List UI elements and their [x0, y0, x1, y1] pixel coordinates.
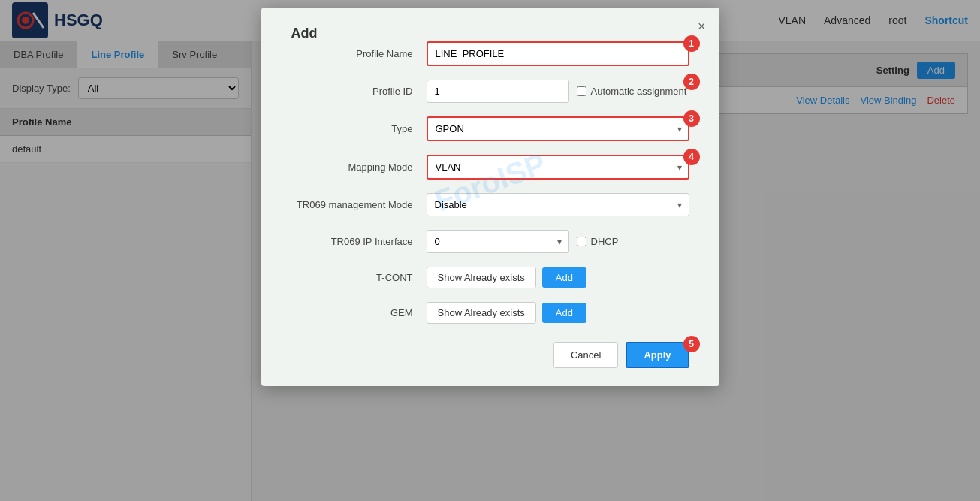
profile-name-row: Profile Name 1	[291, 41, 689, 66]
gem-label: GEM	[291, 307, 427, 318]
dhcp-checkbox[interactable]	[577, 237, 586, 246]
tr069-mode-label: TR069 management Mode	[291, 199, 427, 210]
badge-1: 1	[683, 35, 700, 52]
tr069-ip-select-wrapper: 0	[427, 230, 569, 253]
profile-id-row: Profile ID Automatic assignment 2	[291, 80, 689, 103]
tr069-ip-select[interactable]: 0	[427, 230, 569, 253]
mapping-mode-row: Mapping Mode VLAN GEM TCI 4	[291, 155, 689, 180]
profile-id-label: Profile ID	[291, 86, 427, 97]
tr069-mode-select[interactable]: Disable Enable	[427, 193, 689, 216]
modal-footer: Cancel Apply 5	[291, 342, 689, 368]
gem-show-exists-button[interactable]: Show Already exists	[427, 302, 536, 324]
dhcp-label: DHCP	[591, 236, 619, 247]
modal-add: Add × Profile Name 1 Profile ID Automati…	[261, 8, 719, 386]
tr069-ip-row: TR069 IP Interface 0 DHCP	[291, 230, 689, 253]
gem-controls: Show Already exists Add	[427, 302, 689, 324]
profile-name-label: Profile Name	[291, 48, 427, 59]
automatic-assignment-label: Automatic assignment	[591, 86, 687, 97]
type-select-wrapper: GPON EPON XGS-PON	[427, 116, 689, 141]
badge-2: 2	[683, 74, 700, 90]
tcont-label: T-CONT	[291, 272, 427, 283]
tcont-row: T-CONT Show Already exists Add	[291, 267, 689, 288]
modal-overlay: Add × Profile Name 1 Profile ID Automati…	[0, 0, 980, 501]
badge-4: 4	[683, 149, 700, 165]
cancel-button[interactable]: Cancel	[553, 342, 618, 368]
badge-5: 5	[683, 336, 700, 352]
mapping-mode-select[interactable]: VLAN GEM TCI	[427, 155, 689, 180]
tcont-add-button[interactable]: Add	[542, 267, 586, 288]
type-row: Type GPON EPON XGS-PON 3	[291, 116, 689, 141]
tr069-mode-row: TR069 management Mode Disable Enable	[291, 193, 689, 216]
tcont-show-exists-button[interactable]: Show Already exists	[427, 267, 536, 288]
mapping-mode-select-wrapper: VLAN GEM TCI	[427, 155, 689, 180]
apply-button[interactable]: Apply	[626, 342, 689, 368]
type-select[interactable]: GPON EPON XGS-PON	[427, 116, 689, 141]
tr069-mode-select-wrapper: Disable Enable	[427, 193, 689, 216]
gem-add-button[interactable]: Add	[542, 303, 586, 323]
badge-3: 3	[683, 110, 700, 127]
modal-title: Add	[291, 26, 318, 41]
modal-close-button[interactable]: ×	[698, 20, 706, 33]
type-label: Type	[291, 123, 427, 134]
mapping-mode-label: Mapping Mode	[291, 161, 427, 173]
gem-row: GEM Show Already exists Add	[291, 302, 689, 324]
dhcp-row: DHCP	[577, 236, 619, 247]
tcont-controls: Show Already exists Add	[427, 267, 689, 288]
tr069-ip-label: TR069 IP Interface	[291, 236, 427, 247]
automatic-assignment-checkbox[interactable]	[577, 86, 586, 96]
profile-name-input[interactable]	[427, 41, 689, 66]
profile-id-input[interactable]	[427, 80, 569, 103]
automatic-assignment-row: Automatic assignment	[577, 86, 687, 97]
